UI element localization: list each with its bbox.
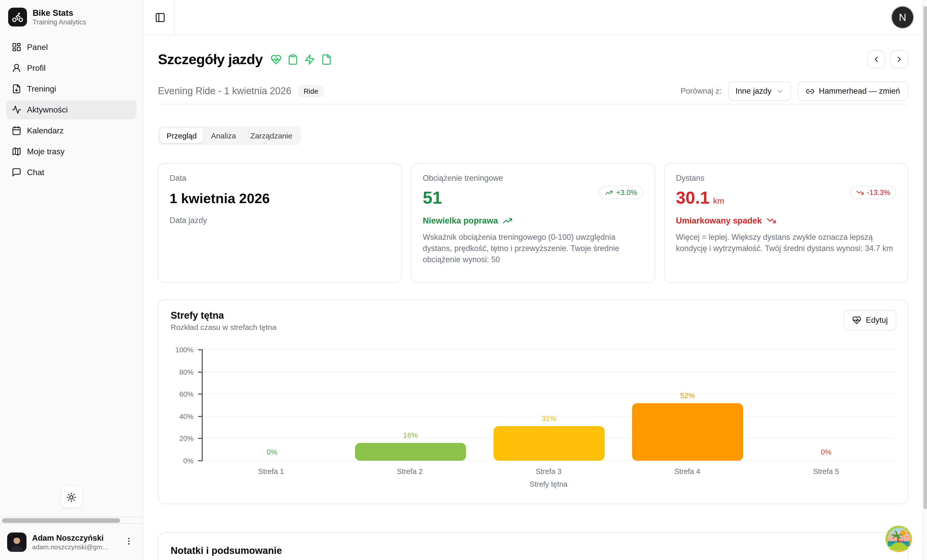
bar-value-label: 0%: [216, 448, 327, 456]
chart-tick-mark: [198, 349, 203, 350]
notes-card: Notatki i podsumowanie: [158, 533, 908, 560]
chart-ytick-label: 100%: [166, 346, 193, 354]
sidebar-item-kalendarz[interactable]: Kalendarz: [6, 121, 137, 140]
ride-type-badge: Ride: [298, 85, 324, 97]
hr-zones-chart: 0%20%40%60%80%100%0%16%31%52%0% Strefa 1…: [171, 350, 895, 488]
distance-card-value: 30.1: [676, 188, 710, 208]
file-icon: [321, 54, 332, 65]
page-scrollbar-thumb[interactable]: [924, 6, 927, 509]
load-trend-badge-value: +3.0%: [616, 188, 637, 197]
distance-card-label: Dystans: [676, 174, 897, 183]
bar-strefa-2[interactable]: [355, 443, 466, 461]
user-menu-button[interactable]: [122, 535, 135, 549]
distance-card-unit: km: [713, 197, 724, 206]
chart-category-label: Strefa 5: [813, 467, 839, 475]
compare-select-value: Inne jazdy: [736, 87, 771, 96]
bar-strefa-4[interactable]: [632, 403, 743, 461]
chart-category-label: Strefa 2: [397, 467, 423, 475]
device-change-button[interactable]: Hammerhead — zmień: [797, 82, 908, 101]
chart-plot-area: 0%20%40%60%80%100%0%16%31%52%0%: [202, 350, 895, 461]
more-vertical-icon: [124, 537, 134, 546]
chart-ytick-label: 0%: [166, 457, 193, 465]
page-title: Szczegóły jazdy: [158, 51, 263, 67]
chart-ytick-label: 80%: [166, 368, 193, 376]
chart-gridline: [203, 393, 895, 394]
link-icon: [805, 87, 814, 96]
sidebar-scrollbar-thumb[interactable]: [2, 518, 120, 523]
distance-status: Umiarkowany spadek: [676, 216, 897, 226]
tab-analiza[interactable]: Analiza: [204, 128, 242, 143]
topbar-separator: [174, 0, 175, 35]
sidebar-item-chat[interactable]: Chat: [6, 163, 137, 182]
sidebar-item-label: Aktywności: [27, 105, 68, 114]
page-scrollbar[interactable]: [922, 0, 927, 560]
sidebar-item-label: Treningi: [27, 84, 56, 93]
app-logo: [8, 8, 27, 26]
load-status: Niewielka poprawa: [423, 216, 643, 226]
account-avatar[interactable]: N: [892, 7, 913, 28]
app-title: Bike Stats: [33, 8, 86, 18]
next-ride-button[interactable]: [891, 50, 908, 68]
compare-label: Porównaj z:: [681, 87, 722, 96]
compare-select[interactable]: Inne jazdy: [728, 82, 791, 101]
distance-trend-badge: -13.3%: [850, 186, 897, 199]
chart-tick-mark: [198, 371, 203, 372]
sidebar-toggle-button[interactable]: [152, 10, 167, 25]
user-footer[interactable]: Adam Noszczyński adam.noszczynski@gmail.…: [0, 524, 143, 560]
dashboard-icon: [12, 42, 21, 52]
theme-toggle-button[interactable]: [61, 487, 82, 508]
trending-up-icon: [605, 189, 613, 196]
sidebar-horizontal-scrollbar[interactable]: [0, 517, 143, 524]
sidebar-item-aktywnosci[interactable]: Aktywności: [6, 100, 137, 119]
calendar-icon: [12, 126, 21, 135]
stat-cards: Data 1 kwietnia 2026 Data jazdy Obciążen…: [158, 163, 908, 283]
sun-icon: [66, 492, 76, 502]
topbar: N: [143, 0, 927, 35]
activity-icon: [12, 105, 21, 115]
vacation-badge-icon[interactable]: [885, 525, 912, 552]
date-card-sub: Data jazdy: [170, 216, 390, 225]
sidebar-item-moje-trasy[interactable]: Moje trasy: [6, 142, 137, 161]
heart-pulse-icon: [270, 54, 281, 65]
sidebar-item-label: Chat: [27, 168, 44, 177]
distance-card: Dystans 30.1 km -13.3% Umiarkowany spade…: [664, 163, 908, 283]
ride-name: Evening Ride - 1 kwietnia 2026: [158, 85, 291, 97]
sidebar-item-profil[interactable]: Profil: [6, 59, 137, 77]
chart-ytick-label: 40%: [166, 412, 193, 420]
date-card-value: 1 kwietnia 2026: [170, 191, 390, 207]
chevron-left-icon: [872, 55, 881, 64]
bar-value-label: 31%: [494, 415, 604, 423]
tabs: PrzeglądAnalizaZarządzanie: [158, 126, 301, 145]
load-status-label: Niewielka poprawa: [423, 216, 498, 226]
page-header: Szczegóły jazdy: [158, 50, 908, 68]
hr-zones-card: Strefy tętna Rozkład czasu w strefach tę…: [158, 299, 908, 504]
load-card-label: Obciążenie treningowe: [423, 174, 643, 183]
sidebar-item-panel[interactable]: Panel: [6, 38, 137, 56]
chevron-right-icon: [895, 55, 904, 64]
bar-value-label: 52%: [632, 391, 743, 399]
app-root: Bike Stats Training Analytics PanelProfi…: [0, 0, 927, 560]
sidebar: Bike Stats Training Analytics PanelProfi…: [0, 0, 143, 560]
tab-zarzadzanie[interactable]: Zarządzanie: [244, 128, 299, 143]
tab-przeglad[interactable]: Przegląd: [160, 128, 203, 143]
chart-category-labels: Strefa 1Strefa 2Strefa 3Strefa 4Strefa 5: [202, 467, 895, 478]
chart-gridline: [203, 349, 895, 350]
title-icons: [270, 54, 332, 65]
notes-title: Notatki i podsumowanie: [171, 545, 895, 557]
chart-tick-mark: [198, 416, 203, 417]
previous-ride-button[interactable]: [868, 50, 885, 68]
bar-strefa-3[interactable]: [494, 426, 604, 461]
trending-up-icon: [503, 216, 512, 226]
clipboard-icon: [287, 54, 298, 65]
map-icon: [12, 147, 21, 156]
load-card-value: 51: [423, 188, 442, 208]
edit-zones-button[interactable]: Edytuj: [843, 310, 897, 331]
load-trend-badge: +3.0%: [599, 186, 643, 199]
chevron-down-icon: [776, 87, 784, 95]
zap-icon: [304, 54, 315, 65]
sidebar-item-treningi[interactable]: Treningi: [6, 79, 137, 98]
chart-gridline: [203, 371, 895, 372]
bar-value-label: 0%: [770, 448, 881, 456]
main-content: Szczegóły jazdy Evening Ride - 1 kwietni…: [143, 35, 922, 560]
distance-trend-badge-value: -13.3%: [867, 188, 891, 197]
